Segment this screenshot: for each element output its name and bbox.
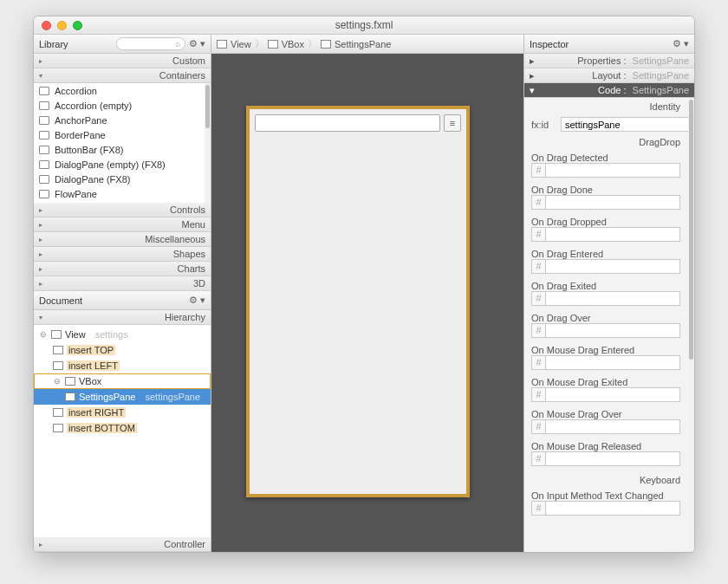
fxid-row: fx:id [524,115,687,133]
section-label: Containers [159,70,205,81]
library-item-label: DialogPane (empty) (FX8) [55,159,166,170]
section-label: Charts [178,263,205,274]
event-input-row: # [531,291,680,306]
section-label: Code [598,85,621,95]
preview-frame[interactable]: ≡ [246,106,470,497]
tree-insert-right[interactable]: insert RIGHT [34,405,211,420]
hierarchy-section[interactable]: ▾Hierarchy [34,310,211,325]
preview-menu-button[interactable]: ≡ [444,114,461,132]
inspector-layout-section[interactable]: ▸Layout : SettingsPane [524,68,694,83]
event-handler-input[interactable] [545,451,680,466]
breadcrumb-item[interactable]: SettingsPane [335,39,391,49]
node-label: insert BOTTOM [67,423,137,433]
tree-node-settingspane[interactable]: SettingsPane settingsPane [34,389,211,405]
container-icon [39,131,49,140]
event-handler-input[interactable] [545,227,680,242]
event-handler-input[interactable] [545,419,680,434]
event-handler-input[interactable] [545,163,680,178]
library-item[interactable]: Accordion (empty) [34,98,211,113]
inspector-code-section[interactable]: ▾Code : SettingsPane [524,83,694,98]
library-section-charts[interactable]: ▸Charts [34,262,211,276]
chevron-right-icon: ▸ [39,57,46,65]
fxid-input[interactable] [561,117,689,132]
section-label: Layout [592,70,621,81]
library-scrollbar[interactable] [205,83,211,203]
chevron-right-icon: ▸ [39,221,46,229]
left-panel: Library ⌕ ⚙ ▾ ▸Custom ▾Containers Accord… [34,35,211,552]
section-label: 3D [193,278,205,289]
hash-icon: # [531,355,545,370]
library-item-label: Accordion (empty) [55,101,132,111]
keyboard-group-title: Keyboard [524,471,687,489]
library-section-containers[interactable]: ▾Containers [34,68,211,83]
library-section-3d[interactable]: ▸3D [34,276,211,291]
event-input-row: # [531,163,680,178]
library-item[interactable]: BorderPane [34,127,211,142]
scroll-thumb[interactable] [689,100,693,360]
container-icon [39,175,49,184]
library-section-menu[interactable]: ▸Menu [34,217,211,232]
scroll-thumb[interactable] [205,85,210,128]
event-handler-input[interactable] [545,387,680,402]
chevron-down-icon: ▾ [200,38,205,49]
hash-icon: # [531,323,545,338]
inspector-body: Identity fx:id DragDrop On Drag Detected… [524,98,694,552]
event-input-row: # [531,259,680,274]
event-handler-input[interactable] [545,355,680,370]
document-header: Document ⚙ ▾ [34,291,211,310]
library-section-misc[interactable]: ▸Miscellaneous [34,232,211,247]
design-canvas[interactable]: ≡ [211,54,523,552]
library-section-controls[interactable]: ▸Controls [34,203,211,217]
section-label: Hierarchy [165,312,205,322]
section-target: SettingsPane [633,55,689,66]
event-handler-input[interactable] [545,195,680,210]
container-icon [39,146,49,154]
event-label: On Drag Entered [524,247,687,259]
inspector-scrollbar[interactable] [688,98,694,552]
inspector-properties-section[interactable]: ▸Properties : SettingsPane [524,54,694,68]
chevron-right-icon: ▸ [39,541,46,548]
library-section-custom[interactable]: ▸Custom [34,54,211,68]
library-item[interactable]: Accordion [34,83,211,98]
breadcrumb-item[interactable]: VBox [282,39,304,49]
document-menu-button[interactable]: ⚙ ▾ [189,295,205,306]
tree-node-view[interactable]: ⊖View settings [34,327,211,342]
tree-insert-bottom[interactable]: insert BOTTOM [34,420,211,436]
event-handler-input[interactable] [545,291,680,306]
event-input-row: # [531,195,680,210]
library-items-list: Accordion Accordion (empty) AnchorPane B… [34,83,211,203]
node-label: insert LEFT [67,360,120,371]
library-search-input[interactable]: ⌕ [116,37,185,50]
breadcrumb-item[interactable]: View [231,39,251,49]
collapse-icon[interactable]: ⊖ [53,377,62,386]
controller-section[interactable]: ▸Controller [34,537,211,552]
collapse-icon[interactable]: ⊖ [39,330,48,339]
tree-insert-top[interactable]: insert TOP [34,342,211,358]
event-label: On Drag Over [524,311,687,323]
gear-icon: ⚙ [189,38,198,49]
chevron-right-icon: ▸ [39,206,46,214]
event-handler-input[interactable] [545,259,680,274]
library-item[interactable]: DialogPane (empty) (FX8) [34,157,211,172]
window-title: settings.fxml [34,19,694,31]
library-item[interactable]: AnchorPane [34,113,211,127]
section-label: Shapes [173,249,205,259]
breadcrumb: View 〉 VBox 〉 SettingsPane [211,35,523,54]
tree-insert-left[interactable]: insert LEFT [34,358,211,373]
container-icon [39,101,49,110]
library-item[interactable]: ButtonBar (FX8) [34,142,211,157]
node-icon [65,393,75,401]
library-section-shapes[interactable]: ▸Shapes [34,247,211,262]
event-handler-input[interactable] [545,323,680,338]
chevron-right-icon: ▸ [530,70,535,81]
library-item[interactable]: DialogPane (FX8) [34,172,211,186]
preview-textfield[interactable] [255,114,440,132]
event-input-row: # [531,227,680,242]
hash-icon: # [531,259,545,274]
tree-node-vbox[interactable]: ⊖VBox [34,373,211,389]
event-handler-input[interactable] [545,501,680,516]
inspector-menu-button[interactable]: ⚙ ▾ [673,38,689,49]
library-item[interactable]: FlowPane [34,186,211,201]
library-title: Library [39,39,68,49]
library-menu-button[interactable]: ⚙ ▾ [189,38,205,49]
